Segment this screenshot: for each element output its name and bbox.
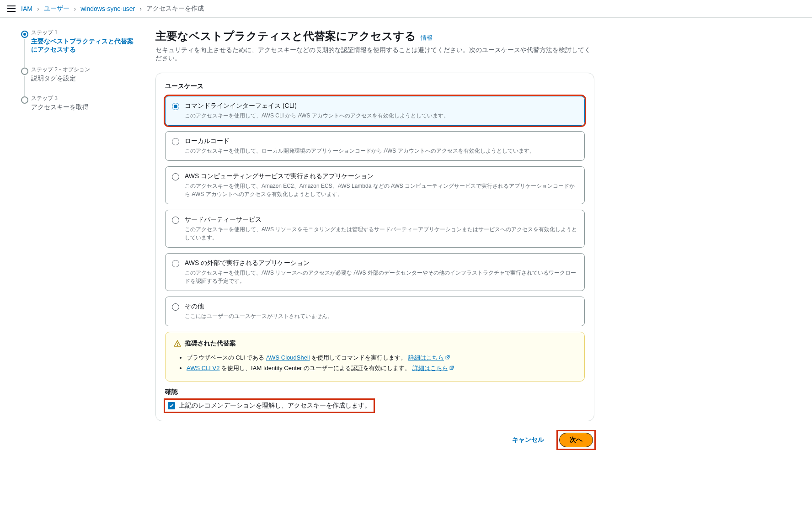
step-title: 説明タグを設定 bbox=[31, 74, 137, 83]
alternative-item: AWS CLI V2 を使用し、IAM Identity Center のユーザ… bbox=[187, 363, 576, 373]
page-title: 主要なベストプラクティスと代替案にアクセスする bbox=[155, 29, 416, 43]
option-title: サードパーティーサービス bbox=[185, 216, 578, 224]
warning-icon bbox=[174, 340, 181, 347]
option-title: AWS の外部で実行されるアプリケーション bbox=[185, 259, 578, 267]
step-title: 主要なベストプラクティスと代替案にアクセスする bbox=[31, 37, 137, 54]
svg-point-1 bbox=[177, 345, 177, 345]
radio-icon bbox=[172, 103, 179, 110]
step-2[interactable]: ステップ 2 - オプション 説明タグを設定 bbox=[18, 66, 137, 95]
radio-icon bbox=[172, 217, 179, 224]
cliv2-link[interactable]: AWS CLI V2 bbox=[187, 365, 219, 371]
external-link-icon bbox=[449, 363, 454, 369]
option-desc: ここにはユーザーのユースケースがリストされていません。 bbox=[185, 312, 578, 320]
option-title: その他 bbox=[185, 302, 578, 311]
info-link[interactable]: 情報 bbox=[421, 34, 433, 42]
chevron-right-icon: › bbox=[139, 5, 142, 12]
learn-more-link[interactable]: 詳細はこちら bbox=[408, 354, 450, 361]
step-label: ステップ 1 bbox=[31, 29, 137, 37]
breadcrumb-current: アクセスキーを作成 bbox=[146, 5, 204, 13]
option-desc: このアクセスキーを使用して、AWS CLI から AWS アカウントへのアクセス… bbox=[185, 111, 578, 120]
radio-icon bbox=[172, 303, 179, 311]
recommended-alternatives: 推奨された代替案 ブラウザベースの CLI である AWS CloudShell… bbox=[165, 332, 585, 382]
page-subtitle: セキュリティを向上させるために、アクセスキーなどの長期的な認証情報を使用すること… bbox=[155, 46, 594, 63]
chevron-right-icon: › bbox=[37, 5, 39, 12]
form-panel: ユースケース コマンドラインインターフェイス (CLI) このアクセスキーを使用… bbox=[155, 73, 594, 421]
step-3[interactable]: ステップ 3 アクセスキーを取得 bbox=[18, 95, 137, 123]
step-label: ステップ 3 bbox=[31, 95, 137, 102]
breadcrumb-iam[interactable]: IAM bbox=[21, 5, 32, 12]
top-bar: IAM › ユーザー › windows-sync-user › アクセスキーを… bbox=[0, 0, 812, 18]
breadcrumb-users[interactable]: ユーザー bbox=[44, 5, 69, 13]
alternative-item: ブラウザベースの CLI である AWS CloudShell を使用してコマン… bbox=[187, 352, 576, 363]
cloudshell-link[interactable]: AWS CloudShell bbox=[266, 354, 310, 361]
cancel-button[interactable]: キャンセル bbox=[505, 432, 551, 448]
option-cli[interactable]: コマンドラインインターフェイス (CLI) このアクセスキーを使用して、AWS … bbox=[165, 96, 585, 126]
footer-buttons: キャンセル 次へ bbox=[155, 431, 594, 449]
radio-icon bbox=[172, 260, 179, 267]
main-content: 主要なベストプラクティスと代替案にアクセスする 情報 セキュリティを向上させるた… bbox=[155, 29, 594, 449]
option-other[interactable]: その他 ここにはユーザーのユースケースがリストされていません。 bbox=[165, 297, 585, 326]
confirm-label: 確認 bbox=[165, 388, 585, 396]
step-1[interactable]: ステップ 1 主要なベストプラクティスと代替案にアクセスする bbox=[18, 29, 137, 66]
usecase-label: ユースケース bbox=[165, 82, 585, 90]
learn-more-link[interactable]: 詳細はこちら bbox=[412, 365, 454, 371]
option-desc: このアクセスキーを使用して、ローカル開発環境のアプリケーションコードから AWS… bbox=[185, 147, 578, 155]
option-desc: このアクセスキーを使用して、AWS リソースをモニタリングまたは管理するサードパ… bbox=[185, 225, 578, 242]
option-title: ローカルコード bbox=[185, 137, 578, 145]
option-external-app[interactable]: AWS の外部で実行されるアプリケーション このアクセスキーを使用して、AWS … bbox=[165, 253, 585, 291]
chevron-right-icon: › bbox=[74, 5, 76, 12]
confirm-checkbox-row[interactable]: 上記のレコメンデーションを理解し、アクセスキーを作成します。 bbox=[165, 400, 374, 412]
wizard-stepper: ステップ 1 主要なベストプラクティスと代替案にアクセスする ステップ 2 - … bbox=[18, 29, 137, 449]
external-link-icon bbox=[445, 353, 450, 358]
option-aws-compute[interactable]: AWS コンピューティングサービスで実行されるアプリケーション このアクセスキー… bbox=[165, 166, 585, 204]
option-desc: このアクセスキーを使用して、AWS リソースへのアクセスが必要な AWS 外部の… bbox=[185, 269, 578, 285]
radio-icon bbox=[172, 173, 179, 180]
menu-icon[interactable] bbox=[7, 5, 16, 12]
checkbox-icon bbox=[168, 402, 175, 409]
confirm-text: 上記のレコメンデーションを理解し、アクセスキーを作成します。 bbox=[179, 402, 371, 410]
breadcrumb: IAM › ユーザー › windows-sync-user › アクセスキーを… bbox=[21, 5, 204, 13]
next-button[interactable]: 次へ bbox=[559, 433, 593, 447]
option-third-party[interactable]: サードパーティーサービス このアクセスキーを使用して、AWS リソースをモニタリ… bbox=[165, 210, 585, 248]
option-desc: このアクセスキーを使用して、Amazon EC2、Amazon ECS、AWS … bbox=[185, 182, 578, 198]
option-title: コマンドラインインターフェイス (CLI) bbox=[185, 102, 578, 110]
breadcrumb-user-name[interactable]: windows-sync-user bbox=[80, 5, 135, 12]
step-title: アクセスキーを取得 bbox=[31, 103, 137, 111]
option-local-code[interactable]: ローカルコード このアクセスキーを使用して、ローカル開発環境のアプリケーションコ… bbox=[165, 131, 585, 161]
option-title: AWS コンピューティングサービスで実行されるアプリケーション bbox=[185, 172, 578, 180]
alternatives-heading: 推奨された代替案 bbox=[185, 339, 236, 348]
radio-icon bbox=[172, 138, 179, 145]
step-label: ステップ 2 - オプション bbox=[31, 66, 137, 74]
